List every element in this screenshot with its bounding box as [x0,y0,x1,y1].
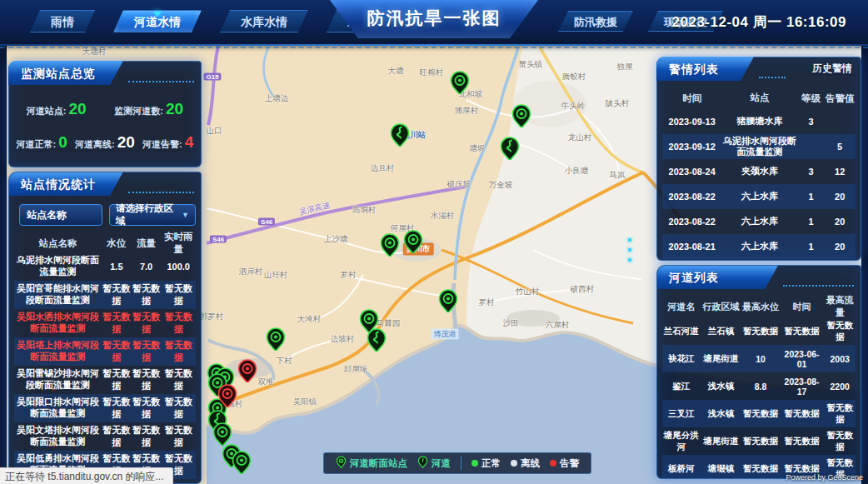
map-label: 泗岸村 [239,267,263,277]
history-alerts-link[interactable]: 历史警情 [812,57,852,79]
cell-value: 暂无数据 [741,326,780,337]
pin-section-icon [336,456,347,471]
region-select-value: 请选择行政区域 [116,202,182,227]
map-label: 边坡村 [331,334,355,345]
cell-value: 暂无数据 [102,424,132,449]
tab-雨情[interactable]: 雨情 [30,10,95,32]
column-header: 最高水位 [741,301,780,313]
cell-station-name: 吴阳文塔排水闸河段断面流量监测 [14,425,102,448]
map-label-badge: S46 [210,236,227,243]
cell-station-name: 吴阳官哥能排水闸河段断面流量监测 [14,283,102,307]
table-row[interactable]: 2023-09-13猪腰塘水库3 [662,109,856,134]
panel-station-overview: 监测站点总览 河道站点:20监测河道数:20河道正常:0河道离线:20河道告警:… [8,61,202,167]
stat-value: 20 [117,133,135,151]
map-pin-section[interactable] [264,321,287,351]
panel-title: 河道列表 [669,266,719,289]
table-row[interactable]: 袂花江塘尾街道102023-06-012003 [662,345,856,372]
map-label: 独屋 [617,62,633,72]
map-label: 万金坡 [489,180,513,191]
table-row[interactable]: 2023-08-22六上水库120 [662,184,856,209]
region-select[interactable]: 请选择行政区域 ▼ [109,204,196,226]
table-row[interactable]: 2023-08-22六上水库120 [662,209,856,234]
map-pin-river[interactable] [498,130,521,160]
cell-value: 暂无数据 [780,436,825,447]
map-label: 上沙塘 [324,234,348,245]
map-label: 郭罗村 [200,312,224,322]
stat-value: 4 [185,133,194,151]
cell-value: 鉴江 [662,381,701,392]
table-row[interactable]: 2023-08-24夹颈水库312 [662,159,856,184]
cell-value: 暂无数据 [741,436,780,447]
legend-divider [461,457,461,470]
pin-river-icon [417,456,428,471]
cell-value: 暂无数据 [132,282,162,307]
table-row[interactable]: 鉴江浅水镇8.82023-08-172200 [662,372,856,400]
column-header: 等级 [798,92,825,105]
cell-station-name: 吴阳水洒排水闸河段断面流量监测 [14,312,102,335]
table-row[interactable]: 2023-08-21六上水库120 [662,234,856,259]
cell-value: 六上水库 [721,191,797,202]
table-row[interactable]: 兰石河道兰石镇暂无数据暂无数据暂无数据 [662,317,856,345]
table-row[interactable]: 吴阳水洒排水闸河段断面流量监测暂无数据暂无数据暂无数据 [14,309,196,337]
cell-value: 暂无数据 [161,396,196,421]
map-label: 水湍村 [431,211,455,222]
table-row[interactable]: 吴阳文塔排水闸河段断面流量监测暂无数据暂无数据暂无数据 [14,422,196,451]
map-pin-river[interactable] [365,322,388,352]
cell-value: 六上水库 [721,216,797,227]
legend-label: 正常 [481,457,501,470]
map-label: 小良塘 [565,166,589,177]
cell-value: 兰石河道 [662,326,701,337]
map-label: 旺榕村 [420,67,444,78]
legend-label: 告警 [560,457,579,470]
map-pin-section-alarm[interactable] [236,352,259,382]
cell-value: 2023-08-24 [662,167,721,177]
map-label: 罗村 [479,297,495,308]
map-label: 六屋村 [546,320,570,331]
column-header: 水位 [102,237,132,250]
table-header-row: 时间站点等级告警值 [662,87,856,109]
table-row[interactable]: 乌泥排水闸河段断面流量监测1.57.0100.0 [14,252,196,281]
map-pin-section[interactable] [436,282,460,312]
table-row[interactable]: 吴阳塔上排水闸河段断面流量监测暂无数据暂无数据暂无数据 [14,337,196,366]
map-label: 蟹头镇 [519,59,543,70]
map-pin-section-alarm[interactable] [216,377,239,407]
station-name-input[interactable] [19,204,102,226]
map-label: 马岚 [610,170,626,181]
cell-value: 2023-08-22 [662,192,721,202]
panel-header: 监测站点总览 [9,62,201,85]
table-row[interactable]: 吴阳官哥能排水闸河段断面流量监测暂无数据暂无数据暂无数据 [14,281,196,309]
cell-value: 猪腰塘水库 [721,116,797,127]
cell-value: 六上水库 [721,241,797,252]
cell-value: 8.8 [741,382,780,392]
cell-value: 塘㙍镇 [701,463,742,475]
table-row[interactable]: 吴阳限口排水闸河段断面流量监测暂无数据暂无数据暂无数据 [14,394,196,422]
table-row[interactable]: 2023-09-12乌泥排水闸河段断面流量监测5 [662,134,856,159]
map-label: 双堆 [258,377,274,387]
cell-value: 暂无数据 [161,339,196,364]
app-title-banner: 防汛抗旱一张图 [330,0,538,38]
cell-value: 1 [798,217,825,227]
cell-value: 1.5 [102,262,132,272]
column-header: 站点 [721,92,797,104]
map-label: 牛头岭 [561,101,586,112]
map-pin-section[interactable] [510,97,533,127]
table-row[interactable]: 吴阳雷锡沙排水闸河段断面流量监测暂无数据暂无数据暂无数据 [14,366,196,394]
table-row[interactable]: 三叉江浅水镇暂无数据暂无数据暂无数据 [662,400,856,427]
map-pin-section[interactable] [378,227,402,257]
cell-value: 塘尾街道 [701,353,742,365]
stat-河道离线:: 河道离线:20 [75,133,135,152]
map-pin-section[interactable] [230,444,253,474]
map-pin-river[interactable] [388,117,412,147]
table-row[interactable]: 塘尾分洪河塘尾街道暂无数据暂无数据暂无数据 [662,427,856,455]
cell-value: 暂无数据 [161,311,196,336]
status-dot-icon [550,460,556,467]
map-pin-section[interactable] [402,223,425,253]
cell-value: 三叉江 [662,408,701,420]
legend-item-告警: 告警 [550,457,579,470]
column-header: 时间 [780,301,825,313]
nav-button-防汛救援[interactable]: 防汛救援 [558,11,633,32]
cell-value: 3 [798,167,825,177]
map-pin-section[interactable] [448,64,471,94]
tab-水库水情[interactable]: 水库水情 [220,10,308,32]
cell-value: 暂无数据 [132,339,162,364]
